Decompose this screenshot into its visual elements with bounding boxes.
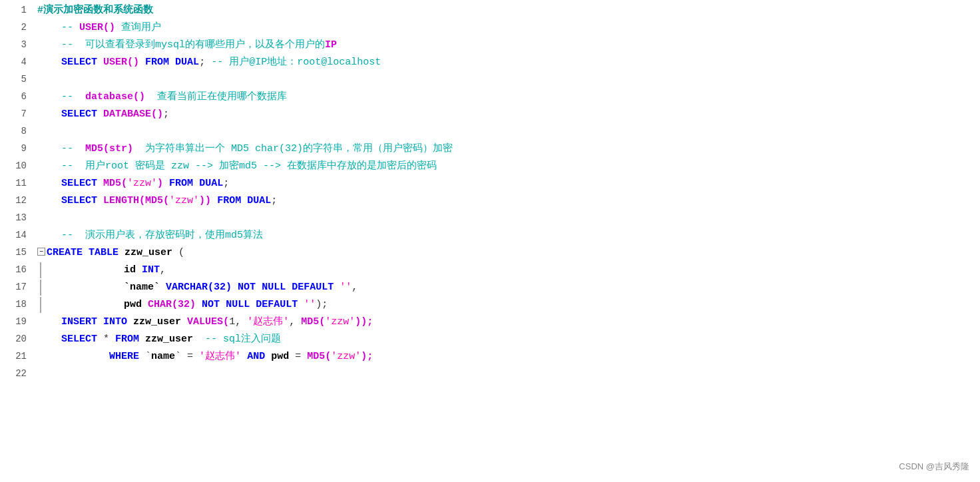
line-content: -- 可以查看登录到mysql的有哪些用户，以及各个用户的IP — [37, 37, 972, 53]
line-content: `name` VARCHAR(32) NOT NULL DEFAULT '', — [37, 280, 972, 296]
token: DEFAULT — [256, 299, 298, 310]
token: SELECT — [61, 178, 97, 189]
line-number: 1 — [0, 3, 27, 17]
token: '' — [340, 282, 352, 293]
token: pwd — [271, 351, 289, 362]
line-number: 17 — [0, 280, 27, 294]
block-indent-bar — [40, 280, 52, 296]
watermark: CSDN @吉风秀隆 — [899, 460, 969, 474]
line-content: SELECT MD5('zzw') FROM DUAL; — [37, 176, 972, 192]
token: 'zzw' — [127, 178, 157, 189]
line-number: 8 — [0, 124, 27, 138]
token: AND — [247, 351, 265, 362]
line-number: 10 — [0, 158, 27, 173]
line-number: 16 — [0, 262, 27, 277]
line-content: −CREATE TABLE zzw_user ( — [37, 245, 972, 261]
line-content: SELECT * FROM zzw_user -- sql注入问题 — [37, 332, 972, 348]
token: FROM — [169, 178, 193, 189]
line-content: -- USER() 查询用户 — [37, 20, 972, 36]
token: SELECT — [61, 109, 97, 120]
token — [97, 195, 103, 206]
code-line: 7 SELECT DATABASE(); — [0, 107, 980, 124]
token: * — [97, 334, 115, 345]
token — [97, 316, 103, 328]
code-line: 2 -- USER() 查询用户 — [0, 20, 980, 37]
line-number: 11 — [0, 176, 27, 190]
token: = — [289, 351, 307, 362]
token: name — [151, 351, 175, 362]
token — [241, 195, 247, 206]
token: pwd — [124, 299, 142, 310]
token: ); — [316, 299, 328, 310]
token: 'zzw' — [169, 195, 199, 206]
token: )); — [355, 316, 373, 328]
line-number: 9 — [0, 141, 27, 156]
code-line: 4 SELECT USER() FROM DUAL; -- 用户@IP地址：ro… — [0, 55, 980, 72]
token: ; — [199, 57, 205, 68]
token — [37, 109, 61, 120]
token — [97, 109, 103, 120]
line-number: 4 — [0, 55, 27, 69]
code-line: 16 id INT, — [0, 262, 980, 280]
line-number: 18 — [0, 297, 27, 312]
token: SELECT — [61, 334, 97, 345]
token — [37, 334, 61, 345]
token: 用户root 密码是 zzw --> 加密md5 --> 在数据库中存放的是加密… — [79, 160, 437, 172]
token: MD5(str) — [79, 143, 139, 154]
token — [193, 334, 205, 345]
token: -- — [37, 230, 79, 241]
code-line: 9 -- MD5(str) 为字符串算出一个 MD5 char(32)的字符串，… — [0, 141, 980, 158]
code-line: 18 pwd CHAR(32) NOT NULL DEFAULT ''); — [0, 297, 980, 314]
code-line: 1#演示加密函数和系统函数 — [0, 3, 980, 20]
line-number: 15 — [0, 245, 27, 260]
token: zzw_user — [124, 247, 172, 258]
token: SELECT — [61, 195, 97, 206]
token: ); — [361, 351, 373, 362]
code-line: 6 -- database() 查看当前正在使用哪个数据库 — [0, 89, 980, 107]
token: id — [124, 264, 136, 276]
line-number: 5 — [0, 72, 27, 87]
token: -- — [37, 39, 79, 51]
token — [119, 247, 124, 258]
token — [163, 178, 169, 189]
code-line: 10 -- 用户root 密码是 zzw --> 加密md5 --> 在数据库中… — [0, 158, 980, 176]
token: ; — [163, 109, 169, 120]
code-line: 21 WHERE `name` = '赵志伟' AND pwd = MD5('z… — [0, 349, 980, 366]
token — [286, 282, 292, 293]
code-line: 12 SELECT LENGTH(MD5('zzw')) FROM DUAL; — [0, 193, 980, 210]
line-content: id INT, — [37, 262, 972, 278]
line-number: 13 — [0, 210, 27, 225]
token — [220, 299, 226, 310]
line-content — [37, 366, 972, 382]
token: NOT — [202, 299, 220, 310]
token — [241, 351, 247, 362]
code-line: 13 — [0, 210, 980, 228]
code-line: 3 -- 可以查看登录到mysql的有哪些用户，以及各个用户的IP — [0, 37, 980, 55]
token — [97, 178, 103, 189]
token — [37, 316, 61, 328]
code-line: 22 — [0, 366, 980, 383]
token: -- — [37, 143, 79, 154]
token: zzw_user — [145, 334, 193, 345]
token: CHAR(32) — [148, 299, 196, 310]
token: -- — [37, 22, 79, 33]
line-content: -- MD5(str) 为字符串算出一个 MD5 char(32)的字符串，常用… — [37, 141, 972, 157]
token: FROM — [145, 57, 169, 68]
block-indent-bar — [40, 262, 52, 278]
token: TABLE — [89, 247, 119, 258]
token — [139, 57, 145, 68]
token — [37, 195, 61, 206]
token: ) — [157, 178, 163, 189]
line-content: pwd CHAR(32) NOT NULL DEFAULT ''); — [37, 297, 972, 313]
token: `name` — [124, 282, 160, 293]
token: FROM — [217, 195, 241, 206]
token: DUAL — [247, 195, 271, 206]
token — [83, 247, 89, 258]
token — [136, 264, 142, 276]
token — [169, 57, 175, 68]
token — [52, 282, 124, 293]
line-number: 7 — [0, 107, 27, 121]
token: WHERE — [109, 351, 139, 362]
code-line: 5 — [0, 72, 980, 89]
collapse-button[interactable]: − — [37, 248, 45, 256]
